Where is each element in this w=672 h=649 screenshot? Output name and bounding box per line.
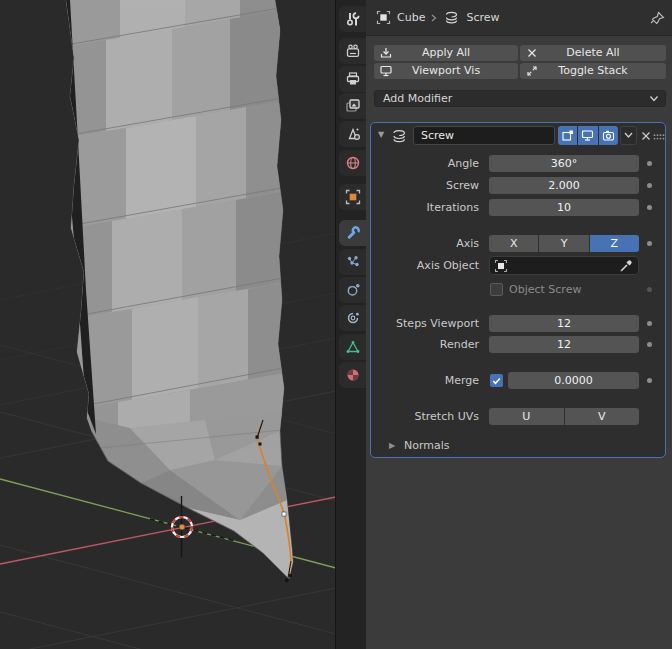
breadcrumb: Cube Screw bbox=[376, 10, 499, 25]
render-row: Render 12 bbox=[371, 336, 665, 353]
animate-dot[interactable] bbox=[647, 287, 652, 292]
angle-label: Angle bbox=[371, 155, 479, 172]
merge-threshold-field[interactable]: 0.0000 bbox=[508, 372, 639, 389]
monitor-icon bbox=[581, 129, 594, 142]
screw-modifier-panel: ▼ Angle 360° Screw 2.000 bbox=[370, 122, 666, 458]
tab-particle-properties[interactable] bbox=[339, 249, 367, 275]
pin-icon bbox=[649, 10, 666, 27]
object-screw-checkbox[interactable] bbox=[490, 283, 503, 296]
steps-viewport-row: Steps Viewport 12 bbox=[371, 315, 665, 332]
normals-subpanel-header[interactable]: ▶ Normals bbox=[371, 437, 665, 454]
stretch-u-button[interactable]: U bbox=[489, 408, 564, 425]
tab-tool-properties[interactable] bbox=[339, 6, 367, 32]
object-screw-row: Object Screw bbox=[371, 281, 665, 298]
properties-tab-column bbox=[335, 0, 366, 649]
physics-properties-icon bbox=[345, 282, 361, 298]
tab-render-properties[interactable] bbox=[339, 38, 367, 64]
add-modifier-dropdown[interactable]: Add Modifier bbox=[374, 90, 666, 107]
view-layer-properties-icon bbox=[345, 98, 361, 114]
stretch-uvs-label: Stretch UVs bbox=[371, 408, 479, 425]
eyedropper-icon[interactable] bbox=[619, 259, 633, 273]
apply-all-button[interactable]: Apply All bbox=[374, 45, 518, 61]
vertex-unselected[interactable] bbox=[289, 574, 292, 577]
tab-constraint-properties[interactable] bbox=[339, 305, 367, 331]
render-display-toggle[interactable] bbox=[599, 126, 618, 145]
object-icon bbox=[494, 259, 508, 273]
tab-scene-properties[interactable] bbox=[339, 121, 367, 147]
axis-object-field[interactable] bbox=[489, 256, 639, 275]
chevron-down-icon bbox=[649, 95, 659, 103]
delete-all-button[interactable]: Delete All bbox=[520, 45, 666, 61]
animate-dot[interactable] bbox=[647, 378, 652, 383]
breadcrumb-object[interactable]: Cube bbox=[397, 11, 425, 24]
delete-all-label: Delete All bbox=[566, 46, 619, 59]
angle-row: Angle 360° bbox=[371, 155, 665, 172]
tab-view-layer-properties[interactable] bbox=[339, 93, 367, 119]
screw-row: Screw 2.000 bbox=[371, 177, 665, 194]
apply-all-label: Apply All bbox=[422, 46, 470, 59]
animate-dot[interactable] bbox=[647, 205, 652, 210]
modifier-delete-button[interactable] bbox=[639, 126, 653, 145]
screw-modifier-icon bbox=[443, 10, 460, 25]
3d-viewport[interactable] bbox=[0, 0, 336, 649]
axis-label: Axis bbox=[371, 235, 479, 252]
tab-modifier-properties[interactable] bbox=[339, 220, 367, 246]
pin-button[interactable] bbox=[647, 8, 667, 28]
viewport-canvas bbox=[0, 0, 336, 649]
animate-dot[interactable] bbox=[647, 183, 652, 188]
render-steps-field[interactable]: 12 bbox=[489, 336, 639, 353]
animate-dot[interactable] bbox=[647, 342, 652, 347]
expand-triangle-icon: ▶ bbox=[389, 441, 395, 450]
material-properties-icon bbox=[345, 367, 361, 383]
viewport-vis-label: Viewport Vis bbox=[412, 64, 480, 77]
tab-world-properties[interactable] bbox=[339, 150, 367, 176]
iterations-field[interactable]: 10 bbox=[489, 199, 639, 216]
merge-row: Merge 0.0000 bbox=[371, 372, 665, 389]
collapse-triangle-icon[interactable]: ▼ bbox=[378, 130, 384, 139]
object-screw-label: Object Screw bbox=[509, 281, 581, 298]
object-icon bbox=[376, 10, 391, 25]
animate-dot[interactable] bbox=[647, 321, 652, 326]
tab-material-properties[interactable] bbox=[339, 362, 367, 388]
vertex-selected[interactable] bbox=[282, 512, 286, 516]
particle-properties-icon bbox=[345, 254, 361, 270]
tab-output-properties[interactable] bbox=[339, 66, 367, 92]
tab-object-properties[interactable] bbox=[339, 184, 367, 210]
stretch-v-button[interactable]: V bbox=[565, 408, 640, 425]
realtime-display-toggle[interactable] bbox=[578, 126, 597, 145]
screw-label: Screw bbox=[371, 177, 479, 194]
stretch-uvs-row: Stretch UVs U V bbox=[371, 408, 665, 425]
merge-label: Merge bbox=[371, 372, 479, 389]
modifier-display-toggles bbox=[558, 126, 618, 145]
vertex-unselected[interactable] bbox=[285, 579, 289, 583]
modifier-properties-icon bbox=[345, 225, 361, 241]
angle-field[interactable]: 360° bbox=[489, 155, 639, 172]
properties-header: Cube Screw bbox=[366, 0, 672, 36]
screw-field[interactable]: 2.000 bbox=[489, 177, 639, 194]
toggle-stack-button[interactable]: Toggle Stack bbox=[520, 63, 666, 79]
tab-object-data-properties[interactable] bbox=[339, 334, 367, 360]
drag-handle-icon[interactable] bbox=[653, 131, 665, 144]
animate-dot[interactable] bbox=[647, 161, 652, 166]
modifier-name-field[interactable] bbox=[413, 126, 555, 145]
constraint-properties-icon bbox=[345, 310, 361, 326]
iterations-label: Iterations bbox=[371, 199, 479, 216]
world-properties-icon bbox=[345, 155, 361, 171]
axis-z-button[interactable]: Z bbox=[590, 235, 639, 252]
edit-mode-display-toggle[interactable] bbox=[558, 126, 577, 145]
viewport-vis-button[interactable]: Viewport Vis bbox=[374, 63, 518, 79]
tab-physics-properties[interactable] bbox=[339, 277, 367, 303]
axis-object-row: Axis Object bbox=[371, 256, 665, 275]
merge-checkbox[interactable] bbox=[490, 374, 503, 387]
axis-y-button[interactable]: Y bbox=[539, 235, 588, 252]
vertex-unselected[interactable] bbox=[259, 443, 262, 446]
breadcrumb-modifier[interactable]: Screw bbox=[466, 11, 499, 24]
breadcrumb-separator-icon bbox=[431, 14, 437, 22]
axis-x-button[interactable]: X bbox=[489, 235, 538, 252]
download-icon bbox=[380, 47, 392, 59]
animate-dot[interactable] bbox=[647, 241, 652, 246]
screw-modifier-icon bbox=[390, 128, 408, 144]
modifier-extras-button[interactable] bbox=[620, 126, 637, 145]
vertex-unselected[interactable] bbox=[256, 436, 259, 439]
steps-viewport-field[interactable]: 12 bbox=[489, 315, 639, 332]
